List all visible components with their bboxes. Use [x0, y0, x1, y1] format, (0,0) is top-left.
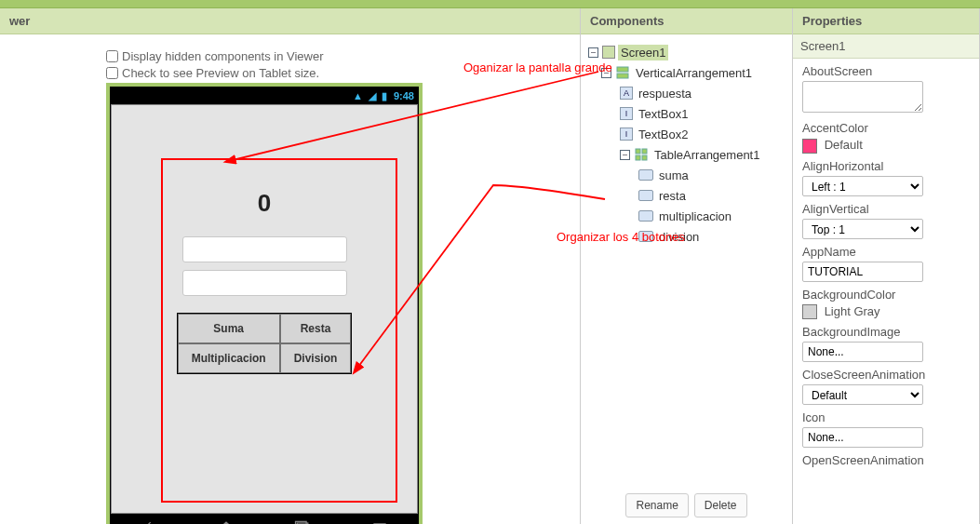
- phone-nav-bar: [111, 514, 418, 524]
- svg-rect-6: [617, 74, 628, 78]
- tree-division[interactable]: division: [584, 226, 792, 247]
- align-horizontal-label: AlignHorizontal: [802, 159, 970, 173]
- status-time: 9:48: [394, 90, 414, 101]
- expand-icon[interactable]: –: [588, 47, 598, 58]
- home-icon: [217, 518, 235, 524]
- close-anim-select[interactable]: Default: [802, 384, 923, 405]
- tree-resta[interactable]: resta: [584, 185, 792, 206]
- screen-body[interactable]: 0 Suma Resta Multiplicacion Division: [111, 104, 418, 514]
- textbox-icon: I: [620, 107, 633, 120]
- button-icon: [638, 231, 653, 242]
- background-image-label: BackgroundImage: [802, 325, 970, 339]
- display-hidden-label: Display hidden components in Viewer: [122, 49, 324, 63]
- accent-color-control[interactable]: Default: [802, 138, 970, 154]
- svg-rect-10: [642, 155, 647, 160]
- background-color-label: BackgroundColor: [802, 288, 970, 302]
- background-color-control[interactable]: Light Gray: [802, 304, 970, 320]
- background-color-swatch: [802, 304, 817, 319]
- tablet-preview-label: Check to see Preview on Tablet size.: [122, 66, 319, 80]
- rename-button[interactable]: Rename: [625, 493, 688, 517]
- icon-input[interactable]: [802, 427, 923, 448]
- button-icon: [638, 210, 653, 222]
- table-layout-icon: [634, 147, 649, 162]
- tree-suma[interactable]: suma: [584, 165, 792, 185]
- svg-rect-7: [636, 149, 640, 154]
- components-tree: – Screen1 – VerticalArrangement1 A respu…: [581, 34, 792, 486]
- expand-icon[interactable]: –: [620, 150, 630, 160]
- tablet-preview-checkbox[interactable]: [106, 67, 118, 79]
- screen-icon: [602, 46, 615, 59]
- open-anim-label: OpenScreenAnimation: [802, 453, 970, 467]
- viewer-header: wer: [0, 8, 580, 34]
- multiplicacion-button[interactable]: Multiplicacion: [178, 343, 280, 373]
- button-icon: [638, 169, 653, 181]
- wifi-icon: ▲: [353, 90, 363, 101]
- close-anim-label: CloseScreenAnimation: [802, 368, 970, 382]
- tree-textbox2[interactable]: I TextBox2: [584, 124, 792, 144]
- signal-icon: ◢: [369, 90, 376, 101]
- app-name-input[interactable]: [802, 262, 923, 282]
- phone-status-bar: ▲ ◢ ▮ 9:48: [111, 87, 418, 104]
- tree-multiplicacion[interactable]: multiplicacion: [584, 206, 792, 226]
- tree-buttons: Rename Delete: [581, 486, 792, 524]
- menu-icon: [370, 518, 389, 524]
- recent-icon: [293, 518, 312, 524]
- app-ribbon: [0, 0, 980, 8]
- svg-rect-9: [636, 155, 640, 160]
- tree-respuesta[interactable]: A respuesta: [584, 83, 792, 103]
- viewer-panel: wer Display hidden components in Viewer …: [0, 8, 581, 524]
- resta-button[interactable]: Resta: [280, 314, 352, 343]
- align-vertical-select[interactable]: Top : 1: [802, 219, 923, 239]
- properties-header: Properties: [793, 8, 979, 34]
- delete-button[interactable]: Delete: [694, 493, 747, 517]
- tree-screen1[interactable]: – Screen1: [584, 42, 792, 62]
- textbox2-preview[interactable]: [182, 270, 347, 296]
- properties-target: Screen1: [793, 34, 979, 59]
- tree-table-arrangement[interactable]: – TableArrangement1: [584, 144, 792, 165]
- suma-button[interactable]: Suma: [178, 314, 280, 343]
- display-hidden-row[interactable]: Display hidden components in Viewer: [106, 49, 580, 63]
- respuesta-label[interactable]: 0: [258, 189, 271, 218]
- phone-frame: ▲ ◢ ▮ 9:48 0 Suma Resta: [106, 83, 423, 524]
- textbox1-preview[interactable]: [182, 236, 347, 262]
- battery-icon: ▮: [382, 90, 387, 101]
- table-arrangement-preview: Suma Resta Multiplicacion Division: [177, 313, 353, 374]
- tree-vertical-arrangement[interactable]: – VerticalArrangement1: [584, 62, 792, 83]
- display-hidden-checkbox[interactable]: [106, 50, 118, 62]
- svg-rect-5: [617, 67, 628, 72]
- accent-color-label: AccentColor: [802, 121, 970, 135]
- division-button[interactable]: Division: [280, 343, 352, 373]
- svg-rect-8: [642, 149, 647, 154]
- about-screen-input[interactable]: [802, 81, 923, 113]
- background-image-input[interactable]: [802, 342, 923, 362]
- app-name-label: AppName: [802, 245, 970, 259]
- align-vertical-label: AlignVertical: [802, 202, 970, 216]
- accent-color-swatch: [802, 139, 817, 154]
- button-icon: [638, 190, 653, 201]
- components-header: Components: [581, 8, 792, 34]
- components-panel: Components – Screen1 – VerticalArrangeme…: [581, 8, 793, 524]
- tablet-preview-row[interactable]: Check to see Preview on Tablet size.: [106, 66, 580, 80]
- about-screen-label: AboutScreen: [802, 64, 970, 78]
- icon-label: Icon: [802, 410, 970, 424]
- layout-icon: [615, 65, 630, 80]
- tree-textbox1[interactable]: I TextBox1: [584, 103, 792, 124]
- label-icon: A: [620, 87, 633, 100]
- align-horizontal-select[interactable]: Left : 1: [802, 176, 923, 196]
- viewer-body: Display hidden components in Viewer Chec…: [0, 34, 580, 524]
- back-icon: [140, 518, 158, 524]
- textbox-icon: I: [620, 128, 633, 141]
- expand-icon[interactable]: –: [601, 68, 611, 78]
- properties-panel: Properties Screen1 AboutScreen AccentCol…: [793, 8, 980, 524]
